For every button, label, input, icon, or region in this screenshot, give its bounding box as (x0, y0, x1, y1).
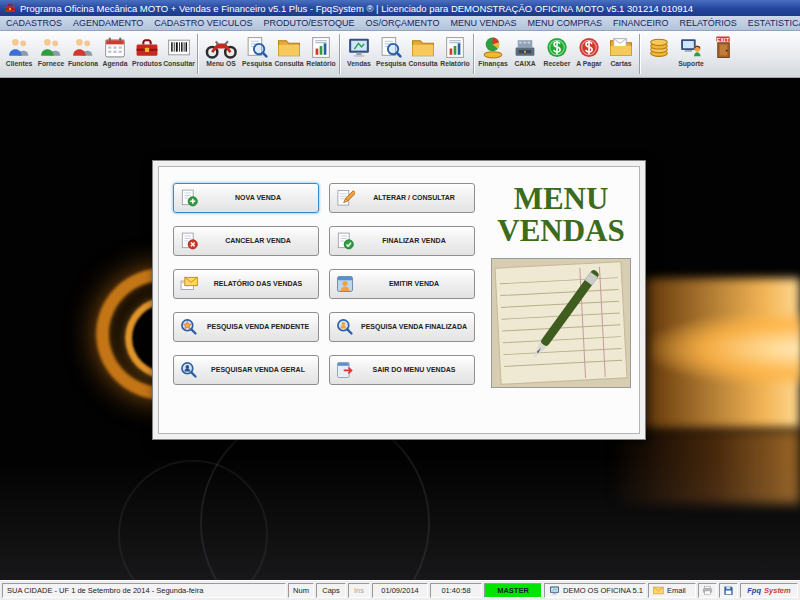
menu-vendas-title-line1: MENU (497, 183, 624, 215)
mail-report-icon (179, 274, 199, 294)
toolbar-label: Clientes (6, 60, 32, 68)
toolbar-button-fornecedores[interactable]: Fornece (35, 33, 67, 76)
exit-window-icon (335, 360, 355, 380)
barcode-icon (166, 35, 192, 60)
relatorio-das-vendas-button[interactable]: RELATÓRIO DAS VENDAS (173, 269, 319, 299)
main-workspace: NOVA VENDA ALTERAR / CONSULTAR CANCELAR … (0, 78, 800, 580)
toolbar-button-receber[interactable]: Receber (541, 33, 573, 76)
dialog-button-grid: NOVA VENDA ALTERAR / CONSULTAR CANCELAR … (159, 167, 483, 433)
button-label: CANCELAR VENDA (203, 237, 313, 245)
toolbar: Clientes Fornece Funciona Agenda Produto… (0, 31, 800, 78)
toolbar-label: Menu OS (206, 60, 235, 68)
toolbar-label: Finanças (478, 60, 507, 68)
status-email-label: Email (667, 586, 686, 595)
dialog-right-panel: MENU VENDAS (483, 167, 639, 433)
toolbar-button-pesquisa-vendas[interactable]: Pesquisa (375, 33, 407, 76)
toolbar-button-agenda[interactable]: Agenda (99, 33, 131, 76)
toolbar-button-a-pagar[interactable]: A Pagar (573, 33, 605, 76)
menubar-item-os-orcamento[interactable]: OS/ORÇAMENTO (366, 18, 440, 28)
button-label: PESQUISA VENDA FINALIZADA (359, 323, 469, 331)
toolbar-button-suporte[interactable]: Suporte (675, 33, 707, 76)
toolbar-label: Relatório (440, 60, 469, 68)
cancelar-venda-button[interactable]: CANCELAR VENDA (173, 226, 319, 256)
button-label: PESQUISA VENDA PENDENTE (203, 323, 313, 331)
folder-icon (410, 35, 436, 60)
toolbar-button-sair[interactable]: EXIT (707, 33, 739, 76)
employees-icon (70, 35, 96, 60)
toolbar-button-vendas[interactable]: Vendas (343, 33, 375, 76)
search-document-icon (378, 35, 404, 60)
toolbar-button-financas[interactable]: Finanças (477, 33, 509, 76)
status-user-badge: MASTER (484, 583, 542, 598)
status-profile: DEMO OS OFICINA 5.1 (544, 583, 646, 598)
menubar-item-cadastros[interactable]: CADASTROS (6, 18, 62, 28)
toolbar-button-caixa[interactable]: CAIXA (509, 33, 541, 76)
toolbar-button-consulta-os[interactable]: Consulta (273, 33, 305, 76)
toolbar-label: Relatório (306, 60, 335, 68)
button-label: RELATÓRIO DAS VENDAS (203, 280, 313, 288)
toolbar-button-clientes[interactable]: Clientes (3, 33, 35, 76)
exit-sign-text: EXIT (717, 37, 730, 43)
button-label: ALTERAR / CONSULTAR (359, 194, 469, 202)
pesquisa-venda-finalizada-button[interactable]: PESQUISA VENDA FINALIZADA (329, 312, 475, 342)
menubar-item-financeiro[interactable]: FINANCEIRO (613, 18, 669, 28)
nova-venda-button[interactable]: NOVA VENDA (173, 183, 319, 213)
toolbar-label: Receber (544, 60, 571, 68)
toolbar-label: Agenda (103, 60, 128, 68)
status-profile-label: DEMO OS OFICINA 5.1 (563, 586, 643, 595)
background-floor-reflection (0, 460, 800, 580)
toolbar-button-cartas[interactable]: Cartas (605, 33, 637, 76)
pesquisar-venda-geral-button[interactable]: PESQUISAR VENDA GERAL (173, 355, 319, 385)
suppliers-icon (38, 35, 64, 60)
status-printer[interactable] (698, 583, 717, 598)
menubar-item-cadastro-veiculos[interactable]: CADASTRO VEICULOS (154, 18, 252, 28)
menubar-item-relatorios[interactable]: RELATÓRIOS (679, 18, 736, 28)
menu-vendas-dialog: NOVA VENDA ALTERAR / CONSULTAR CANCELAR … (152, 160, 646, 440)
toolbar-button-funcionarios[interactable]: Funciona (67, 33, 99, 76)
toolbar-separator (197, 34, 199, 74)
toolbar-button-menu-os[interactable]: Menu OS (201, 33, 241, 76)
motorcycle-icon (203, 35, 239, 60)
background-light-core (650, 311, 800, 387)
toolbar-button-consultar-produtos[interactable]: Consultar (163, 33, 195, 76)
brand-system: System (764, 586, 791, 595)
status-save[interactable] (719, 583, 738, 598)
toolbar-label: Pesquisa (242, 60, 272, 68)
clients-icon (6, 35, 32, 60)
toolbar-label: Consulta (274, 60, 303, 68)
toolbar-button-moedas[interactable] (643, 33, 675, 76)
toolbar-button-relatorio-os[interactable]: Relatório (305, 33, 337, 76)
alterar-consultar-button[interactable]: ALTERAR / CONSULTAR (329, 183, 475, 213)
window-title: Programa Oficina Mecânica MOTO + Vendas … (20, 3, 693, 14)
sair-do-menu-vendas-button[interactable]: SAIR DO MENU VENDAS (329, 355, 475, 385)
pesquisa-venda-pendente-button[interactable]: PESQUISA VENDA PENDENTE (173, 312, 319, 342)
toolbar-button-consulta-vendas[interactable]: Consulta (407, 33, 439, 76)
button-label: PESQUISAR VENDA GERAL (203, 366, 313, 374)
toolbar-button-pesquisa-os[interactable]: Pesquisa (241, 33, 273, 76)
status-email[interactable]: Email (648, 583, 696, 598)
emitir-venda-button[interactable]: EMITIR VENDA (329, 269, 475, 299)
dollar-red-icon (576, 35, 602, 60)
menubar-item-menu-compras[interactable]: MENU COMPRAS (527, 18, 602, 28)
toolbar-label: Consulta (408, 60, 437, 68)
search-star-icon (179, 317, 199, 337)
toolbar-label: Funciona (68, 60, 98, 68)
search-person-icon (335, 317, 355, 337)
menubar-item-agendamento[interactable]: AGENDAMENTO (73, 18, 143, 28)
menubar-item-menu-vendas[interactable]: MENU VENDAS (450, 18, 516, 28)
menubar-item-estatistica[interactable]: ESTATISTICA (748, 18, 800, 28)
toolbar-button-produtos[interactable]: Produtos (131, 33, 163, 76)
toolbar-button-relatorio-vendas[interactable]: Relatório (439, 33, 471, 76)
letters-folder-icon (608, 35, 634, 60)
toolbar-label: Vendas (347, 60, 371, 68)
button-label: EMITIR VENDA (359, 280, 469, 288)
toolbar-label: Consultar (163, 60, 195, 68)
coins-icon (646, 35, 672, 60)
report-icon (308, 35, 334, 60)
menubar-item-produto-estoque[interactable]: PRODUTO/ESTOQUE (263, 18, 354, 28)
titlebar[interactable]: Programa Oficina Mecânica MOTO + Vendas … (0, 0, 800, 16)
finalizar-venda-button[interactable]: FINALIZAR VENDA (329, 226, 475, 256)
search-document-icon (244, 35, 270, 60)
toolbar-label: Produtos (132, 60, 162, 68)
status-time: 01:40:58 (430, 583, 482, 598)
